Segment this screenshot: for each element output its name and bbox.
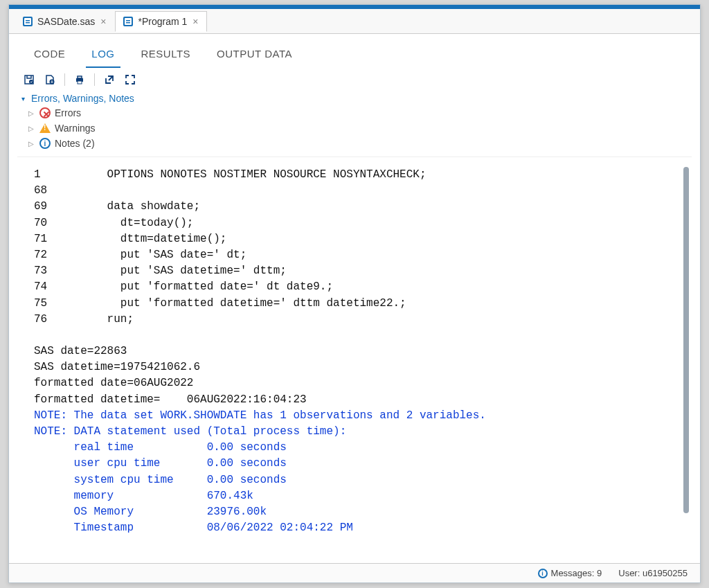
log-toolbar (15, 68, 694, 89)
tab-output-data[interactable]: OUTPUT DATA (211, 44, 298, 68)
filter-errors-label: Errors (55, 107, 81, 118)
scrollbar-thumb[interactable] (683, 167, 689, 513)
log-note-section: NOTE: The data set WORK.SHOWDATE has 1 o… (34, 409, 486, 534)
warning-icon (39, 123, 51, 133)
file-tab-bar: SASDate.sas × *Program 1 × (9, 9, 700, 34)
filter-warnings-label: Warnings (55, 123, 96, 134)
svg-rect-2 (26, 20, 30, 21)
svg-rect-13 (78, 81, 82, 84)
svg-point-9 (29, 80, 33, 84)
download-log-icon[interactable] (44, 73, 56, 86)
file-tab-label: *Program 1 (138, 16, 187, 27)
sas-file-icon (123, 16, 134, 27)
status-messages-label: Messages: 9 (551, 568, 602, 578)
print-icon[interactable] (73, 73, 86, 86)
svg-rect-3 (26, 22, 30, 24)
save-log-icon[interactable] (23, 73, 35, 86)
log-output[interactable]: 1 OPTIONS NONOTES NOSTIMER NOSOURCE NOSY… (17, 157, 692, 560)
filter-notes-label: Notes (2) (55, 138, 95, 149)
info-icon: i (538, 569, 548, 578)
subtab-bar: CODE LOG RESULTS OUTPUT DATA (15, 38, 694, 68)
svg-rect-6 (126, 20, 130, 21)
file-tab-sasdate[interactable]: SASDate.sas × (15, 11, 115, 32)
maximize-icon[interactable] (124, 73, 136, 86)
file-tab-label: SASDate.sas (37, 16, 95, 27)
status-bar: i Messages: 9 User: u61950255 (9, 563, 700, 582)
popout-icon[interactable] (103, 73, 116, 86)
file-tab-program1[interactable]: *Program 1 × (115, 11, 207, 32)
close-icon[interactable]: × (99, 16, 107, 27)
log-viewport: 1 OPTIONS NONOTES NOSTIMER NOSOURCE NOSY… (17, 157, 692, 560)
toolbar-divider (94, 73, 95, 86)
tab-code[interactable]: CODE (28, 44, 71, 68)
log-code-section: 1 OPTIONS NONOTES NOSTIMER NOSOURCE NOSY… (34, 168, 427, 406)
close-icon[interactable]: × (191, 16, 199, 27)
svg-rect-12 (78, 76, 82, 78)
status-user: User: u61950255 (618, 568, 688, 578)
filter-notes[interactable]: ▷ i Notes (2) (21, 136, 688, 151)
caret-right-icon: ▷ (28, 125, 35, 132)
caret-right-icon: ▷ (28, 109, 35, 117)
error-icon (39, 107, 51, 118)
log-filter-panel: ▾ Errors, Warnings, Notes ▷ Errors ▷ War… (15, 89, 694, 152)
caret-down-icon: ▾ (21, 95, 28, 103)
toolbar-divider (64, 73, 65, 86)
info-icon: i (39, 138, 51, 149)
filter-header-label: Errors, Warnings, Notes (31, 93, 134, 104)
svg-rect-1 (24, 18, 31, 25)
filter-header[interactable]: ▾ Errors, Warnings, Notes (21, 91, 688, 105)
tab-log[interactable]: LOG (86, 44, 120, 68)
caret-right-icon: ▷ (28, 140, 35, 148)
svg-rect-7 (126, 22, 130, 24)
status-user-label: User: u61950255 (618, 568, 688, 578)
filter-warnings[interactable]: ▷ Warnings (21, 121, 688, 136)
status-messages[interactable]: i Messages: 9 (538, 568, 602, 578)
tab-results[interactable]: RESULTS (136, 44, 197, 68)
svg-rect-5 (125, 18, 132, 25)
filter-errors[interactable]: ▷ Errors (21, 105, 688, 121)
sas-file-icon (22, 16, 33, 27)
